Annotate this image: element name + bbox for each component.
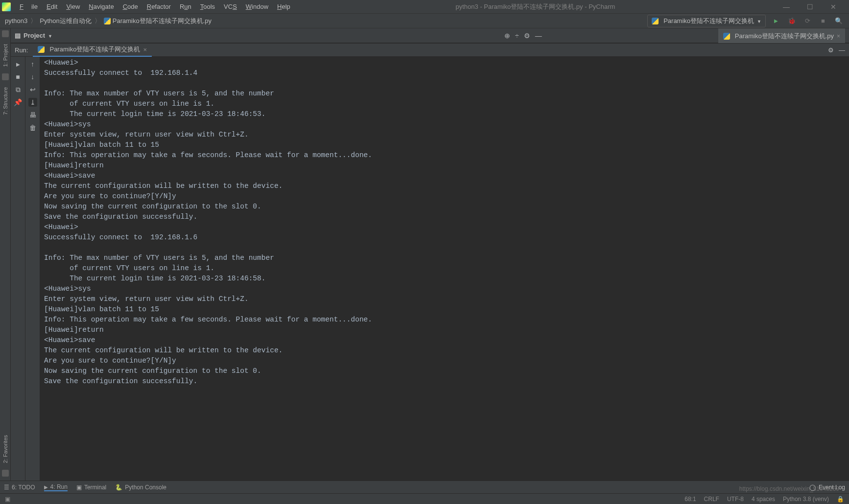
close-tab-icon[interactable]: × — [837, 33, 840, 40]
close-run-tab-icon[interactable]: × — [143, 46, 147, 53]
python-file-icon — [652, 18, 659, 24]
search-everywhere-button[interactable]: 🔍 — [833, 16, 844, 26]
menu-tools[interactable]: Tools — [196, 2, 219, 11]
stop-button[interactable]: ■ — [818, 16, 828, 26]
run-panel-header: Run: Paramiko登陆不连续子网交换机 × ⚙ — — [11, 43, 849, 57]
watermark: https://blog.csdn.net/weixin_51045259 — [739, 485, 839, 492]
hide-icon[interactable]: — — [839, 46, 845, 54]
interpreter[interactable]: Python 3.8 (venv) — [783, 496, 829, 503]
menu-navigate[interactable]: Navigate — [85, 2, 118, 11]
pin-icon[interactable]: 📌 — [14, 98, 23, 107]
project-tool-label[interactable]: ▤ Project — [15, 32, 52, 39]
file-encoding[interactable]: UTF-8 — [727, 496, 744, 503]
settings-gear-icon[interactable]: ⚙ — [828, 46, 834, 54]
editor-tab-label: Paramiko登陆不连续子网交换机.py — [735, 32, 834, 41]
chevron-right-icon: 〉 — [30, 17, 37, 25]
menu-refactor[interactable]: Refactor — [143, 2, 175, 11]
pycharm-logo-icon — [2, 2, 11, 11]
lock-icon[interactable]: 🔒 — [837, 496, 844, 503]
editor-tab[interactable]: Paramiko登陆不连续子网交换机.py × — [718, 28, 845, 43]
chevron-right-icon: 〉 — [94, 17, 101, 25]
menu-help[interactable]: Help — [273, 2, 294, 11]
rerun-button[interactable] — [14, 60, 23, 69]
bottom-tab-todo[interactable]: ☰ 6: TODO — [4, 484, 35, 491]
window-title: python3 - Paramiko登陆不连续子网交换机.py - PyChar… — [294, 2, 777, 11]
run-button[interactable] — [771, 16, 781, 26]
caret-position[interactable]: 68:1 — [684, 496, 696, 503]
left-tool-stripe: 1: Project 7: Structure 2: Favorites — [0, 28, 11, 481]
soft-wrap-icon[interactable]: ↩ — [28, 85, 37, 94]
python-file-icon — [723, 33, 730, 40]
structure-tool-icon[interactable] — [2, 73, 9, 80]
center-stack: ▤ Project ⊕ ÷ ⚙ — Paramiko登陆不连续子网交换机.py … — [11, 28, 849, 481]
chevron-down-icon — [757, 17, 761, 24]
breadcrumb-folder[interactable]: Python运维自动化 — [40, 17, 91, 25]
run-toolbar-secondary: ↑ ↓ ↩ ⤓ 🖶 🗑 — [25, 57, 40, 481]
bottom-tab-run[interactable]: 4: Run — [44, 483, 68, 491]
run-config-label: Paramiko登陆不连续子网交换机 — [663, 17, 754, 25]
project-tool-header: ▤ Project ⊕ ÷ ⚙ — Paramiko登陆不连续子网交换机.py … — [11, 28, 849, 43]
run-tab[interactable]: Paramiko登陆不连续子网交换机 × — [33, 43, 152, 57]
bottom-tab-terminal[interactable]: ▣ Terminal — [76, 484, 106, 491]
status-left-icon[interactable]: ▣ — [5, 496, 10, 503]
sidetab-project[interactable]: 1: Project — [2, 42, 8, 69]
print-icon[interactable]: 🖶 — [28, 111, 37, 119]
layout-icon[interactable]: ⧉ — [14, 85, 23, 94]
breadcrumb-file[interactable]: Paramiko登陆不连续子网交换机.py — [104, 17, 212, 25]
menu-file[interactable]: File — [16, 2, 42, 11]
run-config-selector[interactable]: Paramiko登陆不连续子网交换机 — [647, 15, 766, 27]
stop-button[interactable]: ■ — [14, 72, 23, 81]
menu-vcs[interactable]: VCS — [220, 2, 241, 11]
sidetab-favorites[interactable]: 2: Favorites — [2, 433, 8, 465]
favorites-tool-icon[interactable] — [2, 470, 9, 477]
run-label: Run: — [15, 46, 28, 54]
project-tool-icon[interactable] — [2, 30, 9, 37]
run-toolbar-primary: ■ ⧉ 📌 — [11, 57, 25, 481]
main-area: 1: Project 7: Structure 2: Favorites ▤ P… — [0, 28, 849, 481]
menu-edit[interactable]: Edit — [43, 2, 61, 11]
locate-icon[interactable]: ⊕ — [504, 32, 510, 40]
folder-icon: ▤ — [15, 32, 21, 39]
menu-run[interactable]: Run — [176, 2, 195, 11]
run-panel-actions: ⚙ — — [828, 46, 845, 54]
console-output[interactable]: <Huawei> Successfully connect to 192.168… — [40, 57, 849, 481]
maximize-button[interactable]: ☐ — [800, 3, 820, 11]
run-tab-label: Paramiko登陆不连续子网交换机 — [49, 45, 140, 54]
bottom-tab-python-console[interactable]: 🐍 Python Console — [115, 484, 166, 491]
divide-icon[interactable]: ÷ — [515, 32, 519, 40]
menu-view[interactable]: View — [62, 2, 84, 11]
run-coverage-button[interactable]: ⟳ — [802, 16, 813, 26]
sidetab-structure[interactable]: 7: Structure — [2, 85, 8, 117]
settings-gear-icon[interactable]: ⚙ — [524, 32, 530, 40]
line-separator[interactable]: CRLF — [704, 496, 719, 503]
navbar: python3 〉 Python运维自动化 〉 Paramiko登陆不连续子网交… — [0, 14, 849, 28]
hide-icon[interactable]: — — [535, 32, 542, 40]
breadcrumb: python3 〉 Python运维自动化 〉 Paramiko登陆不连续子网交… — [5, 17, 212, 25]
down-arrow-icon[interactable]: ↓ — [28, 72, 37, 81]
status-right: 68:1 CRLF UTF-8 4 spaces Python 3.8 (ven… — [684, 496, 844, 503]
window-controls: — ☐ ✕ — [777, 3, 847, 11]
indent-settings[interactable]: 4 spaces — [752, 496, 775, 503]
menubar: File Edit View Navigate Code Refactor Ru… — [16, 2, 294, 11]
bottom-tool-stripe: ☰ 6: TODO 4: Run ▣ Terminal 🐍 Python Con… — [0, 481, 849, 493]
nav-right: Paramiko登陆不连续子网交换机 🐞 ⟳ ■ 🔍 — [647, 15, 844, 27]
close-button[interactable]: ✕ — [824, 3, 843, 11]
chevron-down-icon — [48, 32, 52, 39]
statusbar: ▣ 68:1 CRLF UTF-8 4 spaces Python 3.8 (v… — [0, 493, 849, 504]
project-tool-actions: ⊕ ÷ ⚙ — — [504, 32, 542, 40]
clear-icon[interactable]: 🗑 — [28, 123, 37, 132]
debug-button[interactable]: 🐞 — [786, 16, 797, 26]
titlebar: File Edit View Navigate Code Refactor Ru… — [0, 0, 849, 14]
run-body: ■ ⧉ 📌 ↑ ↓ ↩ ⤓ 🖶 🗑 <Huawei> Successfully … — [11, 57, 849, 481]
python-file-icon — [104, 18, 111, 24]
minimize-button[interactable]: — — [777, 3, 796, 11]
python-file-icon — [38, 46, 45, 53]
menu-window[interactable]: Window — [242, 2, 272, 11]
breadcrumb-root[interactable]: python3 — [5, 17, 27, 24]
up-arrow-icon[interactable]: ↑ — [28, 60, 37, 69]
scroll-to-end-icon[interactable]: ⤓ — [28, 98, 37, 107]
menu-code[interactable]: Code — [119, 2, 142, 11]
